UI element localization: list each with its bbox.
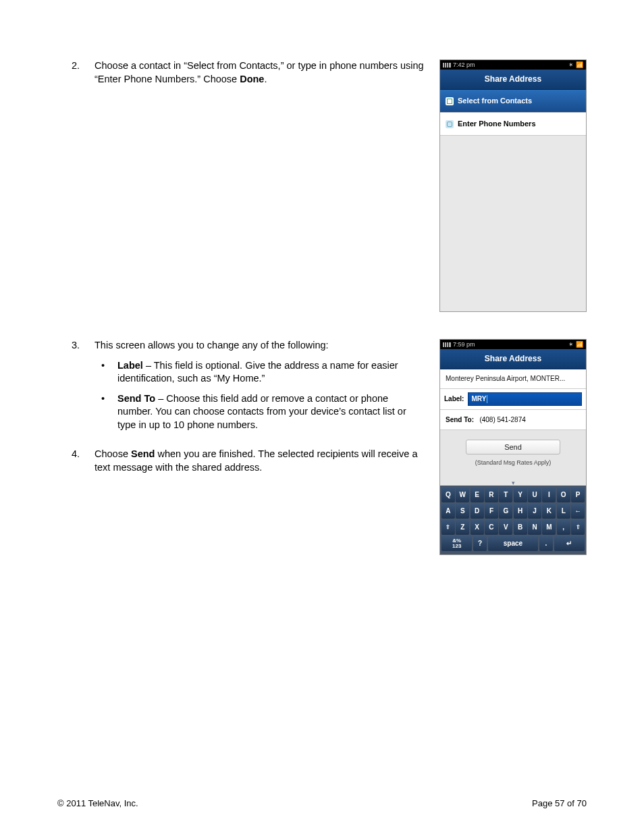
step-4: 4. Choose Send when you are finished. Th… bbox=[72, 448, 429, 474]
phone-screenshot-2: 7:59 pm ✶ 📶 Share Address Monterey Penin… bbox=[439, 339, 587, 555]
title-bar: Share Address bbox=[440, 349, 586, 369]
key-m[interactable]: M bbox=[542, 520, 556, 535]
label-value: MRY bbox=[471, 394, 486, 404]
key-j[interactable]: J bbox=[528, 504, 541, 519]
key-k[interactable]: K bbox=[542, 504, 556, 519]
step-body: This screen allows you to change any of … bbox=[95, 339, 429, 438]
step2-text-b: . bbox=[264, 74, 267, 84]
step3-intro: This screen allows you to change any of … bbox=[95, 340, 329, 350]
text-cursor bbox=[487, 395, 487, 403]
menu-label: Select from Contacts bbox=[458, 96, 532, 106]
phone-body-empty bbox=[440, 136, 586, 311]
signal-icon bbox=[443, 342, 451, 347]
send-area: Send (Standard Msg Rates Apply) bbox=[440, 430, 586, 472]
sendto-caption: Send To: bbox=[446, 416, 474, 423]
key-enter[interactable]: ↵ bbox=[554, 536, 585, 551]
status-icons: ✶ 📶 bbox=[568, 61, 583, 69]
key-v[interactable]: V bbox=[499, 520, 512, 535]
key-w[interactable]: W bbox=[456, 488, 469, 502]
image-column: 7:42 pm ✶ 📶 Share Address Select from Co… bbox=[439, 59, 587, 312]
key-row-1: Q W E R T Y U I O P bbox=[441, 488, 585, 502]
rates-note: (Standard Msg Rates Apply) bbox=[454, 459, 572, 467]
menu-enter-phone[interactable]: Enter Phone Numbers bbox=[440, 113, 586, 136]
key-b[interactable]: B bbox=[514, 520, 527, 535]
step-3: 3. This screen allows you to change any … bbox=[72, 339, 429, 438]
phone-icon bbox=[446, 120, 454, 128]
key-comma[interactable]: , bbox=[557, 520, 570, 535]
send-button[interactable]: Send bbox=[466, 440, 560, 454]
status-time: 7:59 pm bbox=[453, 340, 475, 348]
key-l[interactable]: L bbox=[557, 504, 570, 519]
step4-text-a: Choose bbox=[95, 448, 131, 459]
keyboard-handle[interactable] bbox=[440, 472, 586, 486]
row-step3: 3. This screen allows you to change any … bbox=[72, 339, 587, 555]
key-u[interactable]: U bbox=[528, 488, 541, 502]
key-period[interactable]: . bbox=[539, 536, 554, 551]
status-time: 7:42 pm bbox=[453, 61, 475, 69]
step-body: Choose a contact in “Select from Contact… bbox=[95, 59, 429, 86]
key-c[interactable]: C bbox=[485, 520, 498, 535]
row-step2: 2. Choose a contact in “Select from Cont… bbox=[72, 59, 587, 312]
key-o[interactable]: O bbox=[557, 488, 570, 502]
key-x[interactable]: X bbox=[471, 520, 484, 535]
bullet-sendto-bold: Send To bbox=[117, 393, 155, 404]
key-shift-right[interactable]: ⇧ bbox=[571, 520, 585, 535]
keyboard: Q W E R T Y U I O P A S D bbox=[440, 486, 586, 554]
bullet-sendto-rest: – Choose this field add or remove a cont… bbox=[117, 393, 406, 430]
page-number: Page 57 of 70 bbox=[532, 798, 587, 808]
key-a[interactable]: A bbox=[441, 504, 455, 519]
sendto-row[interactable]: Send To: (408) 541-2874 bbox=[440, 410, 586, 431]
key-g[interactable]: G bbox=[499, 504, 512, 519]
text-column: 3. This screen allows you to change any … bbox=[72, 339, 439, 484]
step2-bold: Done bbox=[240, 74, 264, 84]
status-bar: 7:59 pm ✶ 📶 bbox=[440, 340, 586, 349]
key-row-4: &%123 ? space . ↵ bbox=[441, 536, 585, 551]
key-z[interactable]: Z bbox=[456, 520, 469, 535]
bullet-label: • Label – This field is optional. Give t… bbox=[95, 359, 426, 386]
bullet-label-bold: Label bbox=[117, 360, 143, 371]
signal-icon bbox=[443, 63, 451, 68]
key-d[interactable]: D bbox=[471, 504, 484, 519]
bullet-marker: • bbox=[95, 359, 117, 386]
label-caption: Label: bbox=[444, 394, 464, 404]
step-number: 4. bbox=[72, 448, 95, 474]
contacts-icon bbox=[446, 97, 454, 105]
menu-select-contacts[interactable]: Select from Contacts bbox=[440, 90, 586, 113]
bullet-marker: • bbox=[95, 392, 117, 432]
key-e[interactable]: E bbox=[471, 488, 484, 502]
step-body: Choose Send when you are finished. The s… bbox=[95, 448, 429, 474]
key-row-3: ⇧ Z X C V B N M , ⇧ bbox=[441, 520, 585, 535]
address-field[interactable]: Monterey Peninsula Airport, MONTER... bbox=[440, 369, 586, 389]
key-s[interactable]: S bbox=[456, 504, 469, 519]
image-column: 7:59 pm ✶ 📶 Share Address Monterey Penin… bbox=[439, 339, 587, 555]
status-icons: ✶ 📶 bbox=[568, 340, 583, 348]
step-number: 2. bbox=[72, 59, 95, 86]
label-row: Label: MRY bbox=[440, 389, 586, 410]
key-space[interactable]: space bbox=[488, 536, 538, 551]
label-input[interactable]: MRY bbox=[468, 392, 582, 406]
sendto-value: (408) 541-2874 bbox=[479, 416, 525, 423]
title-bar: Share Address bbox=[440, 70, 586, 90]
status-bar: 7:42 pm ✶ 📶 bbox=[440, 60, 586, 70]
key-p[interactable]: P bbox=[571, 488, 585, 502]
key-f[interactable]: F bbox=[485, 504, 498, 519]
key-question[interactable]: ? bbox=[473, 536, 487, 551]
key-symbols[interactable]: &%123 bbox=[441, 536, 472, 551]
menu-label: Enter Phone Numbers bbox=[458, 119, 536, 129]
page-footer: © 2011 TeleNav, Inc. Page 57 of 70 bbox=[0, 798, 644, 808]
key-shift-left[interactable]: ⇧ bbox=[441, 520, 455, 535]
copyright: © 2011 TeleNav, Inc. bbox=[57, 798, 138, 808]
key-y[interactable]: Y bbox=[514, 488, 527, 502]
key-backspace[interactable]: ← bbox=[571, 504, 585, 519]
key-q[interactable]: Q bbox=[441, 488, 455, 502]
step-number: 3. bbox=[72, 339, 95, 438]
key-h[interactable]: H bbox=[514, 504, 527, 519]
key-t[interactable]: T bbox=[499, 488, 512, 502]
key-r[interactable]: R bbox=[485, 488, 498, 502]
key-n[interactable]: N bbox=[528, 520, 541, 535]
text-column: 2. Choose a contact in “Select from Cont… bbox=[72, 59, 439, 95]
key-i[interactable]: I bbox=[542, 488, 556, 502]
phone-screenshot-1: 7:42 pm ✶ 📶 Share Address Select from Co… bbox=[439, 59, 587, 312]
bullet-sendto: • Send To – Choose this field add or rem… bbox=[95, 392, 426, 432]
step-2: 2. Choose a contact in “Select from Cont… bbox=[72, 59, 429, 86]
